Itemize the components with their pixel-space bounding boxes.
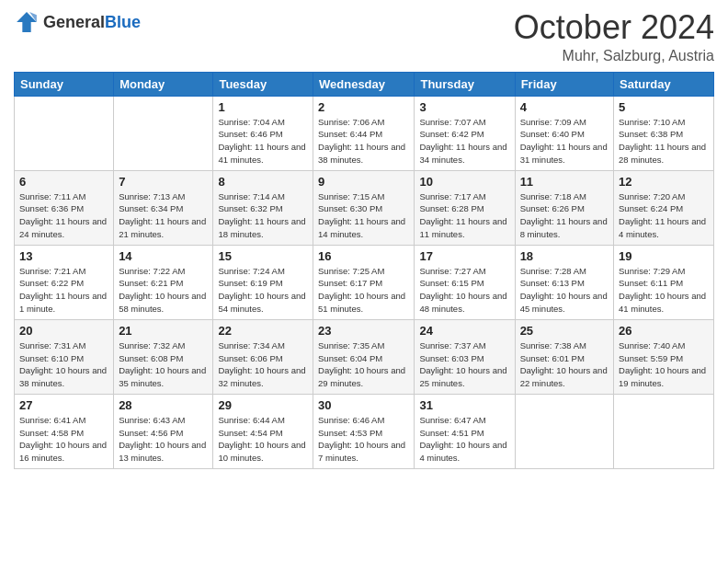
calendar-cell: 11Sunrise: 7:18 AM Sunset: 6:26 PM Dayli… xyxy=(515,170,613,245)
calendar-cell: 22Sunrise: 7:34 AM Sunset: 6:06 PM Dayli… xyxy=(213,319,313,394)
logo-text-blue: Blue xyxy=(105,13,141,31)
calendar-cell: 2Sunrise: 7:06 AM Sunset: 6:44 PM Daylig… xyxy=(313,96,415,170)
calendar-cell: 12Sunrise: 7:20 AM Sunset: 6:24 PM Dayli… xyxy=(614,170,714,245)
day-info: Sunrise: 7:34 AM Sunset: 6:06 PM Dayligh… xyxy=(218,339,308,390)
day-info: Sunrise: 7:22 AM Sunset: 6:21 PM Dayligh… xyxy=(119,265,208,316)
calendar-day-header: Monday xyxy=(114,72,213,96)
calendar-day-header: Saturday xyxy=(614,72,714,96)
day-info: Sunrise: 7:11 AM Sunset: 6:36 PM Dayligh… xyxy=(19,190,108,241)
day-number: 20 xyxy=(19,324,108,338)
calendar-cell: 3Sunrise: 7:07 AM Sunset: 6:42 PM Daylig… xyxy=(415,96,515,170)
day-number: 9 xyxy=(318,175,409,189)
calendar-day-header: Tuesday xyxy=(213,72,313,96)
calendar-cell: 19Sunrise: 7:29 AM Sunset: 6:11 PM Dayli… xyxy=(614,245,714,319)
calendar-cell: 24Sunrise: 7:37 AM Sunset: 6:03 PM Dayli… xyxy=(415,319,515,394)
logo-text-general: General xyxy=(43,13,105,31)
calendar-week-row: 20Sunrise: 7:31 AM Sunset: 6:10 PM Dayli… xyxy=(15,319,714,394)
calendar-header-row: SundayMondayTuesdayWednesdayThursdayFrid… xyxy=(15,72,714,96)
day-info: Sunrise: 7:20 AM Sunset: 6:24 PM Dayligh… xyxy=(619,190,709,241)
day-info: Sunrise: 7:15 AM Sunset: 6:30 PM Dayligh… xyxy=(318,190,409,241)
calendar-day-header: Friday xyxy=(515,72,613,96)
day-number: 18 xyxy=(520,249,609,263)
day-info: Sunrise: 7:32 AM Sunset: 6:08 PM Dayligh… xyxy=(119,339,208,390)
day-info: Sunrise: 7:04 AM Sunset: 6:46 PM Dayligh… xyxy=(218,116,308,167)
calendar-cell: 9Sunrise: 7:15 AM Sunset: 6:30 PM Daylig… xyxy=(313,170,415,245)
day-number: 23 xyxy=(318,324,409,338)
calendar-day-header: Thursday xyxy=(415,72,515,96)
calendar-cell: 30Sunrise: 6:46 AM Sunset: 4:53 PM Dayli… xyxy=(313,394,415,468)
page: GeneralBlue October 2024 Muhr, Salzburg,… xyxy=(0,0,728,563)
day-info: Sunrise: 7:10 AM Sunset: 6:38 PM Dayligh… xyxy=(619,116,709,167)
day-number: 4 xyxy=(520,100,609,114)
day-number: 28 xyxy=(119,398,208,412)
day-info: Sunrise: 7:28 AM Sunset: 6:13 PM Dayligh… xyxy=(520,265,609,316)
day-info: Sunrise: 7:35 AM Sunset: 6:04 PM Dayligh… xyxy=(318,339,409,390)
day-info: Sunrise: 7:38 AM Sunset: 6:01 PM Dayligh… xyxy=(520,339,609,390)
calendar-cell: 5Sunrise: 7:10 AM Sunset: 6:38 PM Daylig… xyxy=(614,96,714,170)
calendar-cell: 8Sunrise: 7:14 AM Sunset: 6:32 PM Daylig… xyxy=(213,170,313,245)
calendar-cell: 25Sunrise: 7:38 AM Sunset: 6:01 PM Dayli… xyxy=(515,319,613,394)
calendar-week-row: 13Sunrise: 7:21 AM Sunset: 6:22 PM Dayli… xyxy=(15,245,714,319)
calendar-cell: 17Sunrise: 7:27 AM Sunset: 6:15 PM Dayli… xyxy=(415,245,515,319)
header: GeneralBlue October 2024 Muhr, Salzburg,… xyxy=(14,9,714,64)
day-info: Sunrise: 7:18 AM Sunset: 6:26 PM Dayligh… xyxy=(520,190,609,241)
day-number: 29 xyxy=(218,398,308,412)
logo: GeneralBlue xyxy=(14,9,141,35)
day-number: 25 xyxy=(520,324,609,338)
day-number: 1 xyxy=(218,100,308,114)
calendar-cell: 29Sunrise: 6:44 AM Sunset: 4:54 PM Dayli… xyxy=(213,394,313,468)
calendar-day-header: Wednesday xyxy=(313,72,415,96)
day-number: 10 xyxy=(419,175,509,189)
calendar-cell: 31Sunrise: 6:47 AM Sunset: 4:51 PM Dayli… xyxy=(415,394,515,468)
day-number: 12 xyxy=(619,175,709,189)
day-info: Sunrise: 6:41 AM Sunset: 4:58 PM Dayligh… xyxy=(19,414,108,465)
day-info: Sunrise: 7:09 AM Sunset: 6:40 PM Dayligh… xyxy=(520,116,609,167)
day-info: Sunrise: 7:24 AM Sunset: 6:19 PM Dayligh… xyxy=(218,265,308,316)
calendar-cell: 15Sunrise: 7:24 AM Sunset: 6:19 PM Dayli… xyxy=(213,245,313,319)
day-info: Sunrise: 7:31 AM Sunset: 6:10 PM Dayligh… xyxy=(19,339,108,390)
day-info: Sunrise: 6:46 AM Sunset: 4:53 PM Dayligh… xyxy=(318,414,409,465)
day-number: 30 xyxy=(318,398,409,412)
day-info: Sunrise: 7:37 AM Sunset: 6:03 PM Dayligh… xyxy=(419,339,509,390)
calendar-cell: 7Sunrise: 7:13 AM Sunset: 6:34 PM Daylig… xyxy=(114,170,213,245)
day-number: 21 xyxy=(119,324,208,338)
day-number: 3 xyxy=(419,100,509,114)
calendar-week-row: 1Sunrise: 7:04 AM Sunset: 6:46 PM Daylig… xyxy=(15,96,714,170)
day-number: 16 xyxy=(318,249,409,263)
day-number: 15 xyxy=(218,249,308,263)
calendar-cell: 28Sunrise: 6:43 AM Sunset: 4:56 PM Dayli… xyxy=(114,394,213,468)
calendar-cell: 16Sunrise: 7:25 AM Sunset: 6:17 PM Dayli… xyxy=(313,245,415,319)
day-number: 5 xyxy=(619,100,709,114)
calendar-cell: 14Sunrise: 7:22 AM Sunset: 6:21 PM Dayli… xyxy=(114,245,213,319)
title-section: October 2024 Muhr, Salzburg, Austria xyxy=(514,9,714,64)
calendar-cell: 23Sunrise: 7:35 AM Sunset: 6:04 PM Dayli… xyxy=(313,319,415,394)
calendar-cell: 18Sunrise: 7:28 AM Sunset: 6:13 PM Dayli… xyxy=(515,245,613,319)
calendar-cell: 27Sunrise: 6:41 AM Sunset: 4:58 PM Dayli… xyxy=(15,394,114,468)
calendar-day-header: Sunday xyxy=(15,72,114,96)
day-info: Sunrise: 7:17 AM Sunset: 6:28 PM Dayligh… xyxy=(419,190,509,241)
calendar-cell: 13Sunrise: 7:21 AM Sunset: 6:22 PM Dayli… xyxy=(15,245,114,319)
day-number: 8 xyxy=(218,175,308,189)
location-title: Muhr, Salzburg, Austria xyxy=(514,48,714,64)
calendar-cell xyxy=(15,96,114,170)
day-number: 17 xyxy=(419,249,509,263)
calendar-cell: 4Sunrise: 7:09 AM Sunset: 6:40 PM Daylig… xyxy=(515,96,613,170)
calendar-cell xyxy=(614,394,714,468)
day-number: 24 xyxy=(419,324,509,338)
day-info: Sunrise: 7:14 AM Sunset: 6:32 PM Dayligh… xyxy=(218,190,308,241)
calendar-table: SundayMondayTuesdayWednesdayThursdayFrid… xyxy=(14,72,714,469)
day-info: Sunrise: 7:21 AM Sunset: 6:22 PM Dayligh… xyxy=(19,265,108,316)
day-number: 6 xyxy=(19,175,108,189)
day-number: 31 xyxy=(419,398,509,412)
day-info: Sunrise: 7:29 AM Sunset: 6:11 PM Dayligh… xyxy=(619,265,709,316)
calendar-cell: 20Sunrise: 7:31 AM Sunset: 6:10 PM Dayli… xyxy=(15,319,114,394)
day-info: Sunrise: 7:27 AM Sunset: 6:15 PM Dayligh… xyxy=(419,265,509,316)
day-info: Sunrise: 6:47 AM Sunset: 4:51 PM Dayligh… xyxy=(419,414,509,465)
calendar-cell: 26Sunrise: 7:40 AM Sunset: 5:59 PM Dayli… xyxy=(614,319,714,394)
day-number: 13 xyxy=(19,249,108,263)
calendar-cell: 1Sunrise: 7:04 AM Sunset: 6:46 PM Daylig… xyxy=(213,96,313,170)
day-number: 14 xyxy=(119,249,208,263)
calendar-cell xyxy=(114,96,213,170)
day-info: Sunrise: 7:06 AM Sunset: 6:44 PM Dayligh… xyxy=(318,116,409,167)
day-info: Sunrise: 7:07 AM Sunset: 6:42 PM Dayligh… xyxy=(419,116,509,167)
